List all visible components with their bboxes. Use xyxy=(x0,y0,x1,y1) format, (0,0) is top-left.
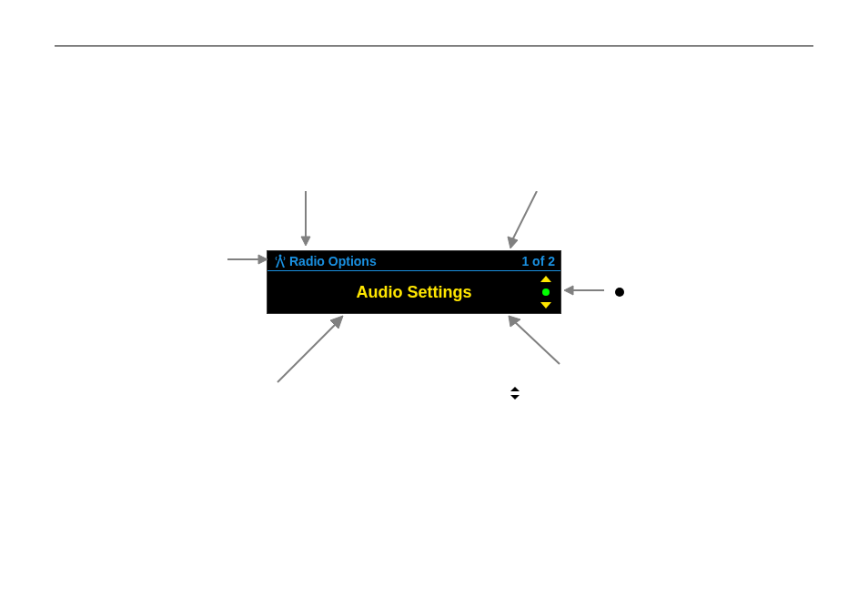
arrow-to-header-count xyxy=(505,191,541,249)
radio-tower-icon xyxy=(273,254,288,268)
lcd-header-count: 1 of 2 xyxy=(521,254,555,268)
lcd-menu-item[interactable]: Audio Settings xyxy=(357,283,472,302)
svg-marker-6 xyxy=(508,237,518,248)
svg-marker-12 xyxy=(564,286,573,295)
lcd-header: Radio Options 1 of 2 xyxy=(267,251,560,271)
svg-line-9 xyxy=(514,321,560,364)
svg-line-7 xyxy=(278,323,337,382)
arrow-to-header-title xyxy=(298,191,313,246)
arrow-to-scroll-right xyxy=(564,282,604,298)
scroll-up-icon xyxy=(540,276,551,282)
scroll-indicator[interactable] xyxy=(540,276,551,309)
arrow-to-tower-icon xyxy=(227,251,267,268)
bullet-point xyxy=(615,288,624,297)
small-down-icon xyxy=(510,395,520,400)
lcd-body: Audio Settings xyxy=(267,271,560,313)
lcd-screen: Radio Options 1 of 2 Audio Settings xyxy=(267,250,561,314)
svg-point-0 xyxy=(279,254,282,257)
svg-marker-4 xyxy=(301,237,310,246)
scroll-dot-icon xyxy=(542,288,550,296)
page-top-rule xyxy=(55,46,813,46)
arrow-to-scroll-lower xyxy=(505,314,569,369)
scroll-down-icon xyxy=(540,302,551,309)
small-up-icon xyxy=(510,387,520,391)
up-down-glyph xyxy=(510,387,520,400)
svg-line-5 xyxy=(512,191,537,240)
svg-marker-2 xyxy=(258,255,267,264)
arrow-to-menu-item xyxy=(273,314,346,387)
lcd-header-title: Radio Options xyxy=(289,254,377,268)
